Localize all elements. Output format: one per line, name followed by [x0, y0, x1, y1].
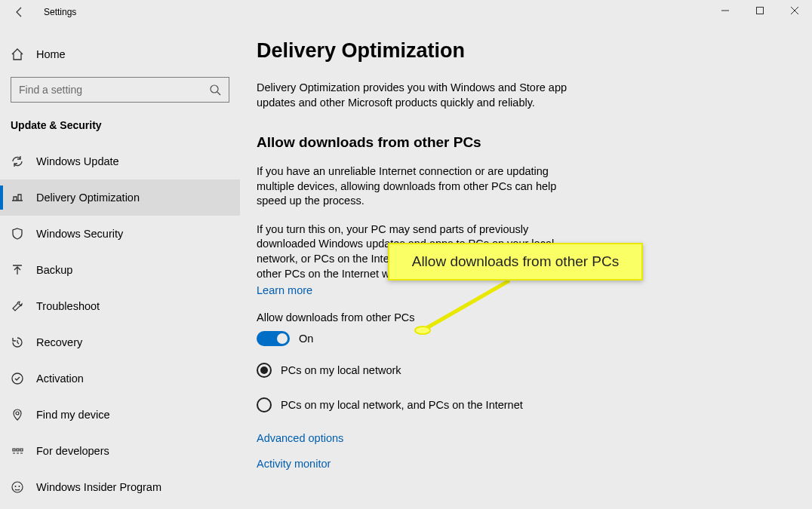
wrench-icon — [11, 299, 24, 313]
developers-icon — [11, 444, 24, 458]
sync-icon — [11, 155, 24, 168]
nav-find-my-device[interactable]: Find my device — [0, 397, 240, 433]
delivery-icon — [11, 191, 24, 204]
nav-troubleshoot[interactable]: Troubleshoot — [0, 288, 240, 324]
recovery-icon — [11, 336, 24, 349]
nav-label: For developers — [36, 445, 109, 457]
activity-monitor-link[interactable]: Activity monitor — [257, 458, 782, 470]
search-input[interactable] — [19, 84, 203, 96]
nav-recovery[interactable]: Recovery — [0, 324, 240, 360]
nav-label: Recovery — [36, 336, 82, 348]
nav-backup[interactable]: Backup — [0, 252, 240, 288]
minimize-icon — [721, 7, 729, 14]
back-button[interactable] — [12, 5, 27, 20]
backup-icon — [11, 263, 24, 277]
section-heading: Allow downloads from other PCs — [257, 134, 782, 151]
nav-delivery-optimization[interactable]: Delivery Optimization — [0, 179, 240, 216]
nav-label: Windows Update — [36, 155, 119, 167]
radio-icon — [257, 397, 272, 412]
nav-label: Windows Security — [36, 228, 123, 240]
maximize-button[interactable] — [743, 0, 777, 21]
annotation-text: Allow downloads from other PCs — [412, 253, 620, 270]
sidebar: Home Update & Security Windows Update — [0, 24, 240, 509]
minimize-button[interactable] — [708, 0, 743, 21]
shield-icon — [11, 227, 24, 241]
insider-icon — [11, 480, 24, 494]
title-bar: Settings — [0, 0, 812, 24]
radio-label: PCs on my local network — [281, 364, 401, 376]
svg-point-6 — [12, 482, 23, 492]
svg-point-5 — [16, 412, 19, 415]
radio-option-internet[interactable]: PCs on my local network, and PCs on the … — [257, 397, 782, 412]
toggle-label: Allow downloads from other PCs — [257, 311, 782, 323]
location-icon — [11, 408, 24, 422]
svg-point-4 — [12, 373, 23, 384]
nav-activation[interactable]: Activation — [0, 360, 240, 397]
svg-rect-1 — [757, 8, 764, 14]
settings-window: Settings Home — [0, 0, 812, 509]
search-icon — [209, 84, 221, 99]
allow-downloads-toggle[interactable] — [257, 331, 290, 346]
nav-windows-insider[interactable]: Windows Insider Program — [0, 469, 240, 505]
home-label: Home — [36, 48, 66, 60]
radio-icon — [257, 363, 272, 378]
close-icon — [791, 7, 798, 14]
window-title: Settings — [44, 7, 76, 17]
svg-point-2 — [211, 85, 218, 93]
check-circle-icon — [11, 372, 24, 385]
page-title: Delivery Optimization — [257, 39, 782, 63]
nav-windows-update[interactable]: Windows Update — [0, 143, 240, 179]
svg-line-3 — [217, 92, 220, 95]
nav-label: Delivery Optimization — [36, 192, 140, 204]
category-header: Update & Security — [0, 116, 240, 143]
radio-option-local[interactable]: PCs on my local network — [257, 363, 782, 378]
nav-label: Troubleshoot — [36, 300, 100, 312]
arrow-left-icon — [14, 6, 26, 18]
advanced-options-link[interactable]: Advanced options — [257, 432, 782, 444]
svg-point-7 — [15, 486, 17, 487]
close-button[interactable] — [777, 0, 812, 21]
search-box[interactable] — [11, 77, 229, 103]
nav-label: Backup — [36, 264, 72, 276]
annotation-callout: Allow downloads from other PCs — [388, 243, 643, 281]
nav-label: Activation — [36, 373, 84, 385]
toggle-state: On — [299, 333, 313, 345]
maximize-icon — [756, 7, 764, 14]
nav-windows-security[interactable]: Windows Security — [0, 216, 240, 252]
lead-paragraph: Delivery Optimization provides you with … — [257, 81, 589, 110]
nav-label: Find my device — [36, 409, 110, 421]
nav-for-developers[interactable]: For developers — [0, 433, 240, 469]
nav-label: Windows Insider Program — [36, 481, 161, 493]
nav-list: Windows Update Delivery Optimization Win… — [0, 143, 240, 505]
paragraph-1: If you have an unreliable Internet conne… — [257, 164, 589, 209]
svg-point-8 — [19, 486, 20, 487]
home-icon — [11, 48, 24, 61]
learn-more-link[interactable]: Learn more — [257, 284, 782, 296]
radio-label: PCs on my local network, and PCs on the … — [281, 399, 523, 411]
window-controls — [708, 0, 812, 24]
home-nav[interactable]: Home — [0, 39, 240, 69]
